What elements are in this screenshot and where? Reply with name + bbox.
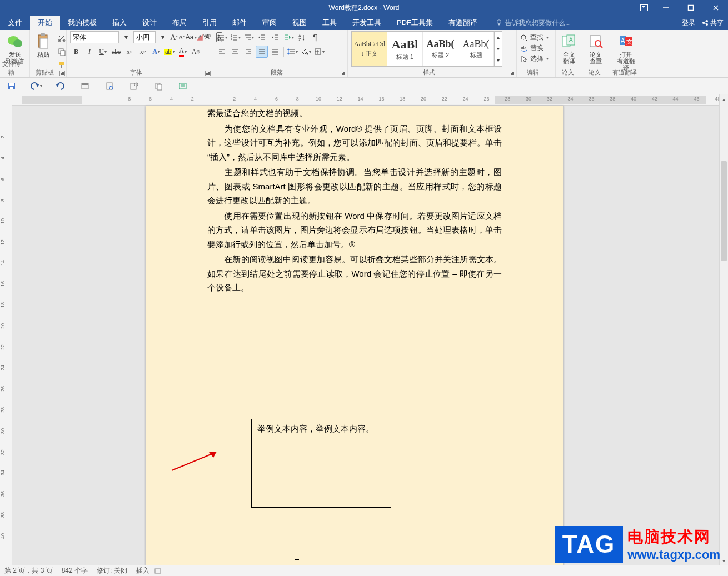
align-justify-button[interactable] [256, 46, 268, 58]
clear-formatting-button[interactable]: A◢ [198, 31, 203, 43]
svg-point-4 [497, 20, 501, 24]
scroll-down-button[interactable]: ▾ [720, 556, 728, 565]
strikethrough-button[interactable]: abc [110, 46, 122, 58]
italic-button[interactable]: I [83, 46, 96, 58]
fulltrans-l2: 翻译 [563, 58, 575, 64]
show-marks-button[interactable]: ¶ [309, 31, 321, 43]
subscript-button[interactable]: x2 [123, 46, 136, 58]
style-normal[interactable]: AaBbCcDd ↓ 正文 [352, 32, 387, 66]
ribbon-toggle-icon [640, 4, 648, 11]
copy-button[interactable] [56, 46, 68, 58]
tab-tools[interactable]: 工具 [315, 16, 345, 30]
qat-btn-7[interactable] [152, 80, 164, 92]
tab-references[interactable]: 引用 [195, 16, 225, 30]
styles-scroll-down[interactable]: ▾ [495, 43, 502, 55]
undo-button[interactable]: ▾ [30, 80, 42, 92]
ribbon-display-options[interactable] [635, 0, 653, 16]
decrease-indent-button[interactable] [256, 31, 268, 43]
bullets-button[interactable]: ▾ [216, 31, 228, 43]
multilevel-list-button[interactable]: ▾ [242, 31, 255, 43]
multilevel-icon [243, 33, 251, 41]
style-heading1[interactable]: AaBl 标题 1 [387, 32, 423, 66]
document-area[interactable]: 8642246810121416182022242628303234363840… [12, 94, 728, 565]
clipboard-expand[interactable] [59, 71, 65, 76]
maximize-button[interactable] [678, 0, 703, 16]
find-button[interactable]: 查找▾ [520, 32, 549, 43]
svg-marker-42 [258, 36, 260, 38]
insert-mode[interactable]: 插入 [136, 566, 149, 575]
increase-indent-button[interactable] [269, 31, 281, 43]
text-effects-button[interactable]: A▾ [150, 46, 162, 58]
tab-insert[interactable]: 插入 [104, 16, 134, 30]
svg-rect-14 [41, 33, 45, 36]
superscript-button[interactable]: x2 [137, 46, 149, 58]
asian-layout-button[interactable]: ▾ [282, 31, 295, 43]
change-case-button[interactable]: Aa▾ [186, 31, 197, 43]
scroll-up-button[interactable]: ▴ [720, 94, 728, 103]
qat-btn-6[interactable] [128, 80, 140, 92]
align-right-button[interactable] [242, 46, 255, 58]
font-name-dropdown[interactable]: ▾ [120, 31, 132, 43]
shading-button[interactable]: ▾ [300, 46, 312, 58]
tab-youdao[interactable]: 有道翻译 [441, 16, 485, 30]
tab-mailings[interactable]: 邮件 [225, 16, 255, 30]
shrink-font-button[interactable]: Aˇ [179, 31, 185, 43]
styles-expand-launcher[interactable] [510, 71, 515, 76]
borders-button[interactable]: ▾ [313, 46, 325, 58]
styles-gallery[interactable]: AaBbCcDd ↓ 正文 AaBl 标题 1 AaBb( 标题 2 AaBb(… [351, 31, 502, 67]
style-title[interactable]: AaBb( 标题 [458, 32, 494, 66]
word-count[interactable]: 842 个字 [62, 566, 88, 575]
highlight-button[interactable]: ab▾ [163, 46, 176, 58]
text-box[interactable]: 举例文本内容，举例文本内容。 [251, 419, 391, 508]
vertical-scrollbar[interactable]: ▴ ▾ [719, 94, 728, 565]
tab-home[interactable]: 开始 [30, 16, 60, 30]
redo-button[interactable] [54, 80, 67, 92]
tab-design[interactable]: 设计 [134, 16, 164, 30]
tab-mytemplates[interactable]: 我的模板 [60, 16, 104, 30]
font-name-input[interactable] [70, 31, 119, 43]
font-color-button[interactable]: A▾ [177, 46, 189, 58]
align-center-button[interactable] [229, 46, 241, 58]
qat-btn-4[interactable] [79, 80, 91, 92]
font-size-dropdown[interactable]: ▾ [157, 31, 169, 43]
cut-button[interactable] [56, 32, 68, 44]
line-spacing-button[interactable]: ▾ [286, 46, 298, 58]
tab-layout[interactable]: 布局 [164, 16, 195, 30]
tab-view[interactable]: 视图 [285, 16, 315, 30]
qat-btn-8[interactable] [177, 80, 189, 92]
share-button[interactable]: 共享 [702, 18, 724, 28]
grow-font-button[interactable]: Aˆ [170, 31, 178, 43]
tab-pdftools[interactable]: PDF工具集 [389, 16, 441, 30]
numbering-button[interactable]: 123▾ [229, 31, 241, 43]
sort-button[interactable]: AZ [296, 31, 308, 43]
qat-btn-5[interactable] [103, 80, 116, 92]
horizontal-ruler[interactable]: 8642246810121416182022242628303234363840… [12, 94, 728, 106]
font-size-input[interactable] [133, 31, 156, 43]
tab-developer[interactable]: 开发工具 [345, 16, 389, 30]
save-button[interactable] [6, 80, 18, 92]
track-changes-status[interactable]: 修订: 关闭 [97, 566, 127, 575]
scroll-thumb[interactable] [721, 161, 727, 261]
underline-button[interactable]: U▾ [97, 46, 109, 58]
tell-me-search[interactable]: 告诉我您想要做什么... [490, 16, 576, 30]
vertical-ruler[interactable]: /*populated below*/ 24681012141618202224… [0, 94, 12, 565]
styles-expand[interactable]: ▾ [495, 54, 502, 66]
select-button[interactable]: 选择▾ [520, 53, 549, 64]
borders-icon [314, 48, 322, 56]
minimize-button[interactable] [653, 0, 678, 16]
replace-button[interactable]: ab替换 [520, 43, 549, 53]
tab-file[interactable]: 文件 [0, 16, 30, 30]
page-indicator[interactable]: 第 2 页，共 3 页 [4, 566, 53, 575]
tab-review[interactable]: 审阅 [255, 16, 285, 30]
font-expand[interactable] [205, 71, 211, 76]
bold-button[interactable]: B [70, 46, 82, 58]
styles-scroll-up[interactable]: ▴ [495, 32, 502, 43]
style-heading2[interactable]: AaBb( 标题 2 [423, 32, 458, 66]
login-link[interactable]: 登录 [682, 18, 695, 28]
align-distributed-button[interactable] [269, 46, 281, 58]
close-button[interactable] [703, 0, 728, 16]
char-shading-button[interactable]: A⊕ [190, 46, 202, 58]
clipboard-icon [34, 32, 52, 50]
paragraph-expand[interactable] [341, 71, 346, 76]
align-left-button[interactable] [216, 46, 228, 58]
